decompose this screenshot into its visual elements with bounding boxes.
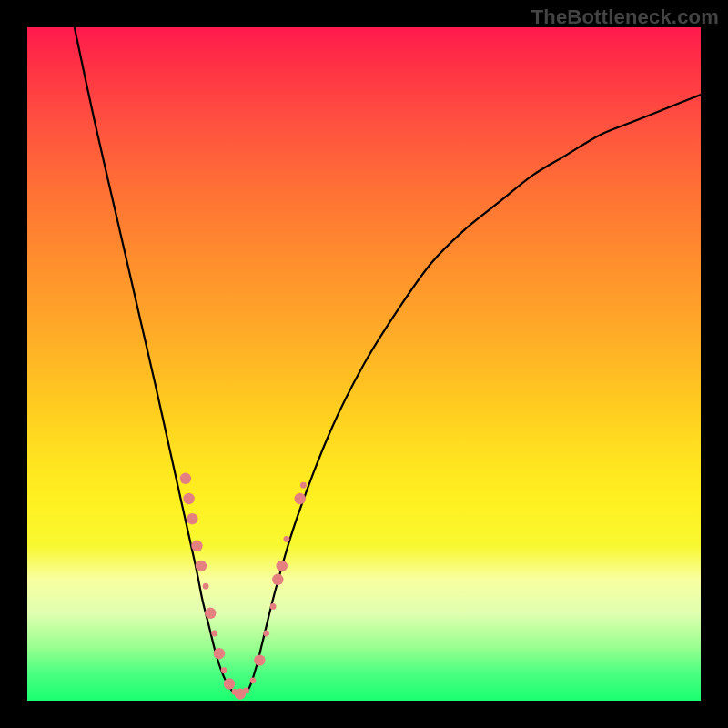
bottleneck-curve-line bbox=[75, 27, 701, 695]
highlight-point bbox=[196, 561, 207, 571]
highlight-point bbox=[243, 688, 249, 694]
highlight-point bbox=[224, 678, 235, 689]
highlight-point bbox=[263, 631, 269, 637]
highlight-point bbox=[221, 667, 228, 673]
chart-svg bbox=[27, 27, 701, 701]
highlight-point bbox=[295, 493, 306, 504]
highlight-point bbox=[300, 482, 307, 489]
plot-area bbox=[27, 27, 701, 701]
highlight-point bbox=[270, 603, 277, 610]
highlight-point bbox=[284, 536, 290, 542]
highlight-point bbox=[272, 574, 283, 585]
highlight-point bbox=[180, 473, 191, 484]
highlight-point bbox=[250, 677, 257, 683]
highlight-point bbox=[205, 608, 216, 619]
highlight-point bbox=[211, 631, 217, 637]
highlight-point bbox=[187, 513, 197, 524]
highlight-point bbox=[277, 561, 288, 571]
highlight-point bbox=[191, 541, 202, 551]
watermark-text: TheBottleneck.com bbox=[531, 5, 719, 29]
highlight-point bbox=[183, 493, 194, 504]
chart-container: TheBottleneck.com bbox=[0, 0, 728, 728]
highlight-point bbox=[214, 648, 225, 659]
highlight-point bbox=[254, 654, 265, 665]
highlight-point bbox=[203, 583, 209, 590]
